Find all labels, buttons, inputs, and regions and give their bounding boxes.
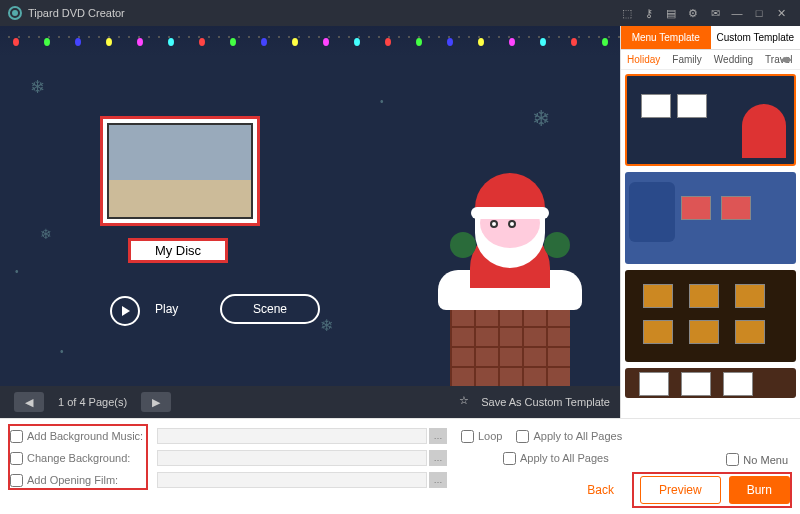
maximize-icon[interactable]: □ [751,5,767,21]
snowflake-icon: • [15,266,19,277]
minimize-icon[interactable]: — [729,5,745,21]
scene-button[interactable]: Scene [220,294,320,324]
snowflake-icon: • [380,96,384,107]
snowflake-icon: • [60,346,64,357]
play-label: Play [155,302,178,316]
template-sidebar: Menu Template Custom Template Holiday Fa… [620,26,800,418]
apply-all-bg-label: Apply to All Pages [520,452,609,464]
bg-music-checkbox[interactable] [10,430,23,443]
preview-button[interactable]: Preview [640,476,721,504]
disc-title-input[interactable]: My Disc [128,238,228,263]
save-template-link[interactable]: Save As Custom Template [481,396,610,408]
app-title: Tipard DVD Creator [28,7,125,19]
opening-film-label: Add Opening Film: [27,474,157,486]
star-icon: ☆ [459,394,475,410]
next-page-button[interactable]: ▶ [141,392,171,412]
loop-label: Loop [478,430,502,442]
apply-all-bg-checkbox[interactable] [503,452,516,465]
change-bg-label: Change Background: [27,452,157,464]
template-list [621,70,800,418]
bg-music-field[interactable] [157,428,427,444]
app-logo-icon [8,6,22,20]
opening-film-field[interactable] [157,472,427,488]
template-thumb[interactable] [625,368,796,398]
cart-icon[interactable]: ⬚ [619,5,635,21]
play-button[interactable] [110,296,140,326]
loop-checkbox[interactable] [461,430,474,443]
decoration-lights [0,26,620,56]
template-thumb[interactable] [625,74,796,166]
category-holiday[interactable]: Holiday [621,54,666,65]
snowflake-icon: ❄ [40,226,52,242]
santa-decoration [420,158,600,388]
chat-icon[interactable]: ✉ [707,5,723,21]
category-family[interactable]: Family [666,54,707,65]
no-menu-checkbox[interactable] [726,453,739,466]
play-icon [122,306,130,316]
snowflake-icon: ❄ [532,106,550,132]
category-scroll-icon[interactable]: ◀▶ [774,55,798,64]
template-thumb[interactable] [625,270,796,362]
menu-preview: ❄ ❄ ❄ ❄ • • • My Disc Play Scene ◀ 1 of … [0,26,620,418]
page-indicator: 1 of 4 Page(s) [58,396,127,408]
change-bg-field[interactable] [157,450,427,466]
opening-film-checkbox[interactable] [10,474,23,487]
apply-all-music-checkbox[interactable] [516,430,529,443]
tab-menu-template[interactable]: Menu Template [621,26,711,49]
gear-icon[interactable]: ⚙ [685,5,701,21]
no-menu-option[interactable]: No Menu [726,453,788,466]
tab-custom-template[interactable]: Custom Template [711,26,801,49]
category-wedding[interactable]: Wedding [708,54,759,65]
video-thumbnail[interactable] [100,116,260,226]
back-button[interactable]: Back [569,476,632,504]
no-menu-label: No Menu [743,454,788,466]
snowflake-icon: ❄ [320,316,333,335]
change-bg-checkbox[interactable] [10,452,23,465]
prev-page-button[interactable]: ◀ [14,392,44,412]
opening-film-browse-button[interactable]: … [429,472,447,488]
titlebar: Tipard DVD Creator ⬚ ⚷ ▤ ⚙ ✉ — □ ✕ [0,0,800,26]
template-thumb[interactable] [625,172,796,264]
bg-music-browse-button[interactable]: … [429,428,447,444]
burn-button[interactable]: Burn [729,476,790,504]
bg-music-label: Add Background Music: [27,430,157,442]
page-icon[interactable]: ▤ [663,5,679,21]
snowflake-icon: ❄ [30,76,45,98]
category-nav: Holiday Family Wedding Travel ◀▶ [621,50,800,70]
page-bar: ◀ 1 of 4 Page(s) ▶ ☆ Save As Custom Temp… [0,386,620,418]
change-bg-browse-button[interactable]: … [429,450,447,466]
apply-all-label: Apply to All Pages [533,430,622,442]
close-icon[interactable]: ✕ [773,5,789,21]
key-icon[interactable]: ⚷ [641,5,657,21]
